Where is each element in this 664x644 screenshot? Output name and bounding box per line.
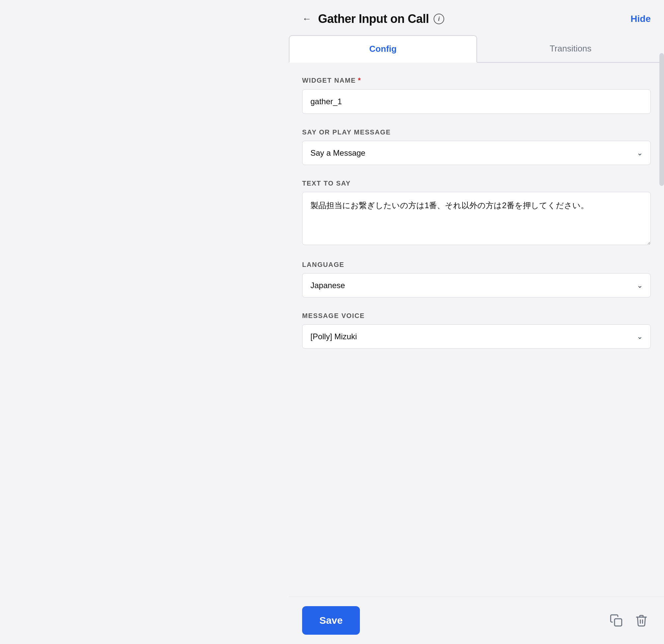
scrollbar[interactable] [659,53,664,186]
text-to-say-input[interactable]: 製品担当にお繋ぎしたいの方は1番、それ以外の方は2番を押してください。 [302,192,651,245]
text-to-say-section: TEXT TO SAY 製品担当にお繋ぎしたいの方は1番、それ以外の方は2番を押… [302,180,651,246]
required-indicator: * [358,76,361,85]
language-label: LANGUAGE [302,261,651,269]
message-voice-select-wrapper: [Polly] Mizuki [Polly] Takumi [Polly] Jo… [302,324,651,349]
footer: Save [289,597,664,644]
copy-button[interactable] [607,611,625,630]
header-title-group: Gather Input on Call i [318,12,444,26]
header: ← Gather Input on Call i Hide [289,0,664,35]
message-voice-select[interactable]: [Polly] Mizuki [Polly] Takumi [Polly] Jo… [302,324,651,349]
delete-button[interactable] [632,611,651,630]
tab-transitions[interactable]: Transitions [477,35,664,62]
footer-icons [607,611,651,630]
widget-name-label: WIDGET NAME * [302,76,651,85]
say-or-play-section: SAY OR PLAY MESSAGE Say a Message Play a… [302,128,651,165]
language-select[interactable]: Japanese English Spanish French [302,273,651,297]
panel: ← Gather Input on Call i Hide Config Tra… [289,0,664,644]
text-to-say-label: TEXT TO SAY [302,180,651,187]
widget-name-input[interactable] [302,89,651,114]
say-or-play-select[interactable]: Say a Message Play a Message [302,141,651,165]
save-button[interactable]: Save [302,606,360,635]
message-voice-section: MESSAGE VOICE [Polly] Mizuki [Polly] Tak… [302,312,651,349]
back-button[interactable]: ← [302,14,311,24]
header-left: ← Gather Input on Call i [302,12,444,26]
page-title: Gather Input on Call [318,12,429,26]
info-icon[interactable]: i [434,14,444,24]
tabs-bar: Config Transitions [289,35,664,63]
message-voice-label: MESSAGE VOICE [302,312,651,320]
language-section: LANGUAGE Japanese English Spanish French… [302,261,651,297]
say-or-play-label: SAY OR PLAY MESSAGE [302,128,651,136]
hide-button[interactable]: Hide [630,14,651,24]
svg-rect-0 [615,619,622,626]
widget-name-section: WIDGET NAME * [302,76,651,114]
tab-config[interactable]: Config [289,35,477,63]
language-select-wrapper: Japanese English Spanish French ⌄ [302,273,651,297]
say-or-play-select-wrapper: Say a Message Play a Message ⌄ [302,141,651,165]
form-content: WIDGET NAME * SAY OR PLAY MESSAGE Say a … [289,63,664,597]
